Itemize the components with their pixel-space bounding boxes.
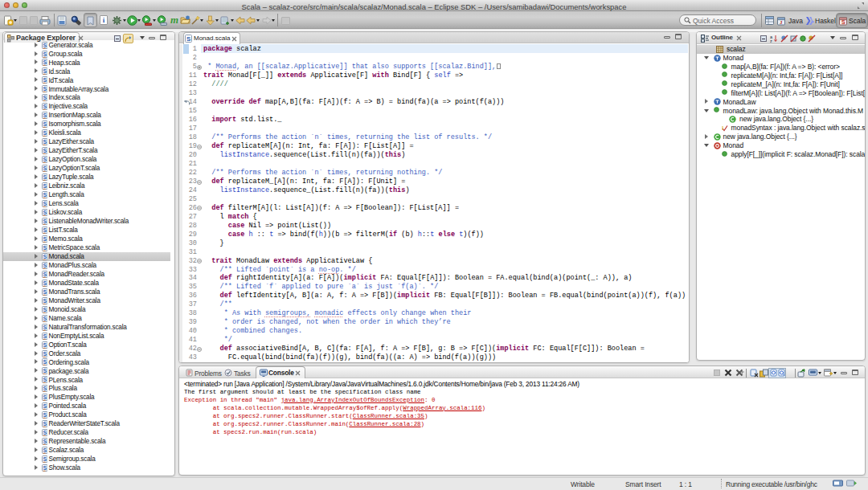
svg-text:S: S bbox=[43, 280, 47, 286]
svg-text:S: S bbox=[43, 447, 47, 453]
svg-text:S: S bbox=[43, 342, 47, 348]
svg-text:S: S bbox=[43, 236, 47, 242]
svg-text:J: J bbox=[780, 19, 783, 26]
svg-text:S: S bbox=[43, 104, 47, 109]
svg-text:S: S bbox=[43, 210, 47, 215]
svg-text:S: S bbox=[43, 412, 47, 418]
svg-text:S: S bbox=[43, 112, 47, 118]
svg-text:S: S bbox=[186, 35, 191, 43]
svg-text:S: S bbox=[43, 201, 47, 206]
svg-text:S: S bbox=[43, 59, 47, 65]
svg-text:S: S bbox=[43, 174, 47, 180]
svg-text:S: S bbox=[43, 430, 47, 435]
svg-text:S: S bbox=[43, 359, 47, 365]
svg-text:S: S bbox=[43, 289, 47, 295]
svg-text:S: S bbox=[43, 403, 47, 409]
svg-text:S: S bbox=[43, 325, 47, 330]
svg-text:S: S bbox=[43, 130, 47, 136]
svg-text:S: S bbox=[43, 386, 47, 391]
svg-text:S: S bbox=[43, 148, 47, 153]
svg-text:S: S bbox=[43, 307, 47, 312]
svg-text:S: S bbox=[43, 121, 47, 127]
svg-text:S: S bbox=[43, 456, 47, 462]
svg-text:S: S bbox=[43, 333, 47, 339]
svg-text:S: S bbox=[43, 183, 47, 189]
svg-text:S: S bbox=[43, 439, 47, 444]
svg-text:S: S bbox=[43, 465, 47, 471]
svg-text:S: S bbox=[43, 165, 47, 171]
svg-text:S: S bbox=[43, 351, 47, 357]
svg-text:S: S bbox=[43, 298, 47, 304]
svg-text:S: S bbox=[43, 368, 47, 374]
svg-text:S: S bbox=[43, 316, 47, 321]
svg-text:S: S bbox=[43, 272, 47, 277]
svg-text:S: S bbox=[43, 192, 47, 198]
svg-text:S: S bbox=[43, 51, 47, 57]
svg-text:S: S bbox=[43, 157, 47, 162]
svg-text:S: S bbox=[43, 218, 47, 224]
svg-text:z: z bbox=[770, 39, 772, 43]
svg-text:S: S bbox=[43, 421, 47, 427]
svg-text:S: S bbox=[43, 263, 47, 268]
svg-text:S: S bbox=[43, 245, 47, 251]
svg-text:S: S bbox=[43, 68, 47, 74]
svg-text:S: S bbox=[841, 19, 845, 25]
svg-text:S: S bbox=[43, 377, 47, 382]
svg-text:S: S bbox=[43, 95, 47, 100]
svg-text:S: S bbox=[43, 254, 47, 259]
svg-text:S: S bbox=[43, 394, 47, 400]
svg-text:S: S bbox=[43, 86, 47, 92]
svg-text:S: S bbox=[43, 227, 47, 233]
svg-text:S: S bbox=[43, 77, 47, 83]
svg-text:S: S bbox=[43, 43, 47, 48]
svg-text:S: S bbox=[43, 139, 47, 145]
